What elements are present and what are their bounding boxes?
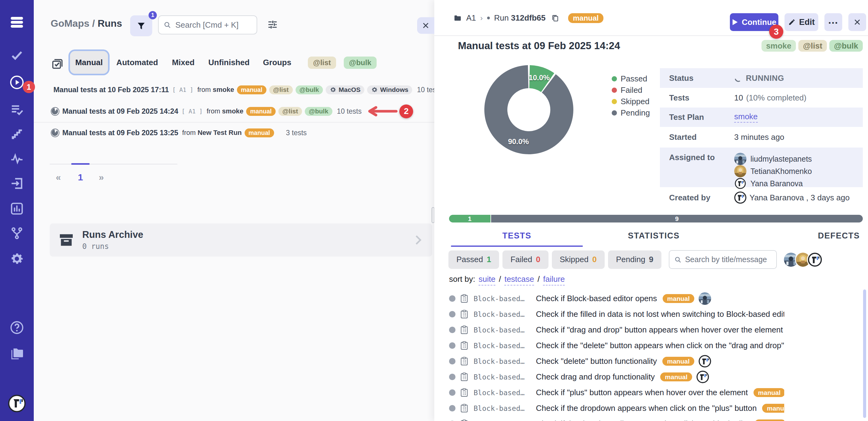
filter-pending[interactable]: Pending9 — [608, 250, 661, 269]
runs-search[interactable] — [158, 16, 257, 34]
run-tag-bulk[interactable]: @bulk — [296, 85, 323, 94]
run-tag-list[interactable]: @list — [269, 85, 293, 94]
test-tag-manual[interactable]: manual — [660, 372, 692, 381]
sort-by-suite[interactable]: suite — [478, 274, 495, 285]
check-icon[interactable] — [0, 49, 34, 62]
run-title[interactable]: Manual tests at 09 Feb 2025 14:24 — [62, 107, 178, 116]
pagination-prev[interactable]: « — [52, 172, 64, 183]
run-title[interactable]: Manual tests at 09 Feb 2025 13:25 — [62, 129, 178, 137]
settings-gear-icon[interactable] — [0, 251, 34, 266]
tag-filter-bulk[interactable]: @bulk — [344, 57, 377, 69]
runs-archive-card[interactable]: Runs Archive 0 runs — [50, 223, 432, 257]
branch-icon[interactable] — [0, 226, 34, 240]
test-row-2[interactable]: Block-based…Check if the filled in data … — [449, 306, 784, 322]
test-row-1[interactable]: Block-based…Check if Block-based editor … — [449, 291, 784, 306]
more-button[interactable]: … — [825, 13, 842, 31]
test-title[interactable]: Check if "plus" button appears when hove… — [536, 388, 748, 397]
filter-passed[interactable]: Passed1 — [448, 250, 499, 269]
brand-logo[interactable] — [0, 395, 34, 412]
test-row-5[interactable]: Block-based…Check "delete" button functi… — [449, 354, 784, 369]
test-title[interactable]: Check "delete" button functionality — [536, 357, 657, 366]
pagination-next[interactable]: » — [95, 172, 107, 183]
tab-automated[interactable]: Automated — [117, 51, 157, 74]
tab-tests[interactable]: TESTS — [502, 231, 532, 241]
tests-search[interactable] — [669, 250, 777, 269]
test-title[interactable]: Check if "drag and drop" button appears … — [536, 325, 783, 335]
pagination-page-1[interactable]: 1 — [74, 172, 87, 183]
run-tag-manual[interactable]: manual — [568, 13, 603, 23]
test-tag-manual[interactable]: manual — [753, 388, 784, 397]
import-icon[interactable] — [0, 176, 34, 191]
testcase-icon — [460, 372, 468, 382]
test-title[interactable]: Check if the filled in data is not lost … — [536, 309, 784, 319]
select-all-icon[interactable] — [51, 57, 64, 71]
tag-filter-list[interactable]: @list — [308, 57, 336, 69]
drawer-collapse-button[interactable] — [417, 17, 434, 34]
drawer-scrollbar[interactable] — [863, 289, 866, 418]
active-tab-underline — [451, 246, 583, 247]
run-row-2[interactable]: Manual tests at 09 Feb 2025 14:24 [ A1 ]… — [51, 101, 434, 122]
tab-unfinished[interactable]: Unfinished — [209, 51, 249, 74]
copy-icon[interactable] — [551, 13, 560, 23]
filter-button[interactable] — [130, 16, 152, 36]
edit-button[interactable]: Edit — [784, 13, 818, 31]
test-row-3[interactable]: Block-based…Check if "drag and drop" but… — [449, 322, 784, 338]
tag-list[interactable]: @list — [798, 40, 827, 52]
assignee-1[interactable]: liudmylastepanets — [734, 153, 812, 165]
filter-skipped[interactable]: Skipped0 — [552, 250, 604, 269]
close-button[interactable] — [848, 13, 866, 31]
sort-by-testcase[interactable]: testcase — [504, 274, 534, 285]
help-icon[interactable] — [0, 320, 34, 335]
run-platform-windows[interactable]: Windows — [367, 85, 412, 94]
run-platform-macos[interactable]: MacOS — [326, 85, 364, 94]
tag-bulk[interactable]: @bulk — [829, 40, 863, 52]
tab-manual[interactable]: Manual — [70, 51, 108, 74]
test-title[interactable]: Check if the dropdown appears when click… — [536, 403, 756, 413]
test-tag-manual[interactable]: manual — [663, 294, 694, 303]
pulse-icon[interactable] — [0, 152, 34, 165]
test-title[interactable]: Check drag and drop functionality — [536, 372, 655, 382]
display-settings-icon[interactable] — [267, 19, 279, 31]
breadcrumb-folder[interactable]: A1 — [466, 13, 476, 23]
run-tag-list[interactable]: @list — [278, 107, 302, 116]
filter-failed[interactable]: Failed0 — [502, 250, 548, 269]
run-tag-manual[interactable]: manual — [246, 107, 276, 116]
avatar-logo[interactable] — [807, 252, 823, 268]
assignee-3[interactable]: Yana Baranova — [734, 177, 812, 190]
search-input[interactable] — [175, 20, 252, 30]
tag-smoke[interactable]: smoke — [762, 40, 796, 52]
breadcrumb-project[interactable]: GoMaps — [51, 18, 89, 29]
test-title[interactable]: Check if Block-based editor opens — [536, 294, 657, 303]
test-row-6[interactable]: Block-based…Check drag and drop function… — [449, 369, 784, 385]
run-tag-manual[interactable]: manual — [237, 85, 267, 94]
tests-search-input[interactable] — [685, 255, 771, 264]
tab-groups[interactable]: Groups — [262, 51, 292, 74]
run-tag-manual[interactable]: manual — [245, 129, 274, 137]
test-row-9[interactable]: Block-based…Check if the dropdown disapp… — [449, 416, 784, 421]
test-row-8[interactable]: Block-based…Check if the dropdown appear… — [449, 400, 784, 416]
test-row-7[interactable]: Block-based…Check if "plus" button appea… — [449, 385, 784, 400]
tab-statistics[interactable]: STATISTICS — [628, 231, 680, 241]
continue-button[interactable]: Continue 3 — [730, 13, 778, 31]
run-tag-bulk[interactable]: @bulk — [305, 107, 332, 116]
run-row-1[interactable]: Manual tests at 10 Feb 2025 17:11 [ A1 ]… — [51, 79, 434, 101]
testcase-icon — [460, 309, 468, 319]
menu-button[interactable] — [0, 15, 34, 29]
tab-mixed[interactable]: Mixed — [171, 51, 195, 74]
folders-icon[interactable] — [0, 345, 34, 360]
test-row-4[interactable]: Block-based…Check if the "delete" button… — [449, 338, 784, 354]
test-plan-link[interactable]: smoke — [734, 112, 758, 122]
test-tag-manual[interactable]: manual — [762, 404, 784, 413]
reports-icon[interactable] — [0, 202, 34, 216]
test-tag-manual[interactable]: manual — [662, 357, 694, 366]
tab-defects[interactable]: DEFECTS — [818, 231, 860, 241]
sort-by-failure[interactable]: failure — [543, 274, 565, 285]
steps-icon[interactable] — [0, 127, 34, 141]
test-tag-manual[interactable]: manual — [754, 419, 784, 421]
playlist-check-icon[interactable] — [0, 103, 34, 117]
run-title[interactable]: Manual tests at 10 Feb 2025 17:11 — [53, 85, 169, 94]
test-title[interactable]: Check if the "delete" button appears whe… — [536, 341, 784, 350]
test-title[interactable]: Check if the dropdown disappears when cl… — [536, 419, 749, 421]
run-row-3[interactable]: Manual tests at 09 Feb 2025 13:25 from N… — [51, 122, 434, 143]
assignee-2[interactable]: TetianaKhomenko — [734, 165, 812, 177]
